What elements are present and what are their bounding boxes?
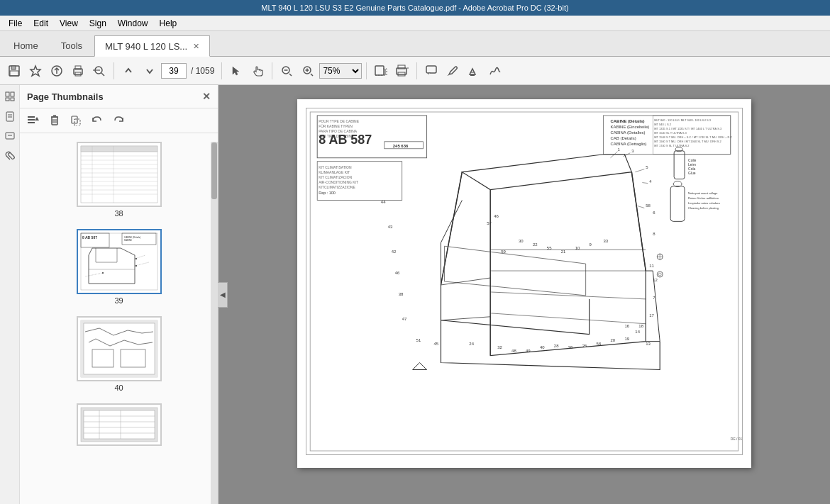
- pdf-viewer-area[interactable]: POUR TYPE DE CABINE FÜR KABINE TYPEN PAR…: [218, 85, 830, 504]
- sep4: [366, 62, 367, 79]
- svg-text:Rep : 100: Rep : 100: [319, 191, 336, 196]
- svg-rect-2: [10, 71, 18, 76]
- svg-text:16: 16: [624, 324, 629, 328]
- undo-button[interactable]: [88, 111, 106, 130]
- svg-text:12: 12: [653, 278, 658, 282]
- svg-line-13: [289, 74, 292, 76]
- svg-rect-39: [28, 119, 35, 121]
- menu-edit[interactable]: Edit: [28, 17, 54, 30]
- left-attachments-icon[interactable]: [1, 147, 18, 164]
- svg-text:Leim: Leim: [688, 163, 696, 167]
- svg-rect-66: [81, 233, 157, 290]
- thumbnail-40[interactable]: 40: [26, 313, 212, 395]
- svg-marker-3: [31, 66, 40, 76]
- thumbnail-39[interactable]: CABINE (Détails) KABINE 8 AB 587: [26, 226, 212, 308]
- pen-button[interactable]: [443, 61, 463, 81]
- next-page-button[interactable]: [140, 61, 160, 81]
- svg-text:14: 14: [635, 330, 640, 334]
- cursor-tool-button[interactable]: [226, 61, 246, 81]
- svg-text:10: 10: [575, 246, 580, 250]
- pdf-page: POUR TYPE DE CABINE FÜR KABINE TYPEN PAR…: [297, 99, 751, 468]
- menu-view[interactable]: View: [54, 17, 84, 30]
- delete-page-button[interactable]: [45, 111, 64, 130]
- svg-text:19: 19: [624, 337, 629, 341]
- svg-rect-87: [84, 410, 155, 439]
- svg-text:22: 22: [533, 242, 538, 247]
- svg-text:POUR TYPE DE CABINE: POUR TYPE DE CABINE: [319, 120, 359, 123]
- svg-rect-25: [426, 66, 436, 73]
- svg-point-75: [135, 258, 137, 259]
- menu-help[interactable]: Help: [154, 17, 183, 30]
- svg-text:43: 43: [388, 225, 393, 229]
- svg-rect-31: [6, 98, 9, 101]
- main-area: Page Thumbnails ✕: [0, 85, 830, 504]
- title-bar: MLT 940 L 120 LSU S3 E2 Genuine Parts Ca…: [0, 0, 830, 16]
- svg-text:MT 1540 SL T ULTRA S.3: MT 1540 SL T ULTRA S.3: [654, 131, 687, 135]
- svg-rect-51: [81, 146, 157, 152]
- tab-tools[interactable]: Tools: [50, 35, 93, 56]
- svg-text:33: 33: [604, 239, 609, 243]
- svg-text:42: 42: [392, 250, 397, 254]
- prev-page-button[interactable]: [118, 61, 138, 81]
- svg-text:Reiner Vorher aufkleben: Reiner Vorher aufkleben: [688, 196, 719, 200]
- comment-button[interactable]: [421, 61, 441, 81]
- svg-text:MT 1548 S.T MU. ORH + S.C / MT: MT 1548 S.T MU. ORH + S.C / MT 1740 SL T…: [654, 135, 732, 139]
- redo-button[interactable]: [109, 111, 128, 130]
- tab-document[interactable]: MLT 940 L 120 LS... ✕: [94, 35, 210, 57]
- tab-close-icon[interactable]: ✕: [193, 42, 199, 51]
- thumbnail-38-label: 38: [114, 209, 123, 218]
- print-dropdown-button[interactable]: [392, 61, 412, 81]
- svg-text:CABINE (Détails): CABINE (Détails): [611, 119, 645, 123]
- find-button[interactable]: [89, 61, 109, 81]
- highlight-button[interactable]: [464, 61, 484, 81]
- zoom-in-button[interactable]: [298, 61, 318, 81]
- upload-button[interactable]: [47, 61, 67, 81]
- save-dropdown-button[interactable]: [371, 61, 391, 81]
- menu-sign[interactable]: Sign: [84, 17, 112, 30]
- svg-rect-19: [375, 66, 384, 75]
- insert-page-button[interactable]: [67, 111, 85, 130]
- bookmark-button[interactable]: [26, 61, 45, 81]
- hand-tool-button[interactable]: [248, 61, 267, 81]
- svg-text:Cleaning before plasting: Cleaning before plasting: [688, 206, 719, 210]
- menu-file[interactable]: File: [3, 17, 28, 30]
- svg-text:20: 20: [611, 338, 616, 342]
- print-button[interactable]: [68, 61, 88, 81]
- svg-text:8 AB 587: 8 AB 587: [319, 133, 372, 147]
- sidebar-scrollbar[interactable]: [211, 142, 218, 504]
- svg-text:40: 40: [540, 345, 545, 349]
- sidebar: Page Thumbnails ✕: [20, 85, 218, 504]
- sign-button[interactable]: [485, 61, 505, 81]
- page-input[interactable]: 39: [161, 63, 187, 79]
- svg-text:57: 57: [487, 221, 492, 225]
- left-pages-icon[interactable]: [1, 88, 18, 105]
- svg-text:21: 21: [561, 250, 566, 254]
- svg-marker-41: [35, 117, 39, 121]
- svg-text:KABINE: KABINE: [124, 239, 132, 242]
- left-annots-icon[interactable]: [1, 128, 18, 145]
- sidebar-scrollbar-thumb[interactable]: [211, 142, 217, 199]
- svg-rect-32: [11, 98, 14, 101]
- svg-text:56: 56: [597, 342, 602, 346]
- tab-home[interactable]: Home: [3, 35, 49, 56]
- left-panel-strip: [0, 85, 20, 504]
- thumbnail-41[interactable]: [26, 401, 212, 449]
- sidebar-collapse-button[interactable]: ◀: [218, 282, 228, 308]
- page-total: / 1059: [188, 66, 217, 76]
- svg-text:45: 45: [434, 342, 439, 346]
- menu-window[interactable]: Window: [112, 17, 154, 30]
- svg-text:59: 59: [501, 250, 506, 254]
- svg-rect-1: [11, 66, 16, 69]
- svg-text:28: 28: [554, 344, 559, 348]
- zoom-out-button[interactable]: [277, 61, 297, 81]
- svg-text:MT 940 L S.2: MT 940 L S.2: [654, 123, 671, 126]
- svg-line-26: [448, 74, 449, 76]
- sidebar-close-button[interactable]: ✕: [202, 91, 211, 102]
- save-button[interactable]: [4, 61, 24, 81]
- thumbnail-38[interactable]: 38: [26, 139, 212, 220]
- svg-text:KABINE (Einzelteile): KABINE (Einzelteile): [611, 125, 650, 129]
- thumbnail-options-button[interactable]: [24, 111, 43, 130]
- zoom-select[interactable]: 75% 100% 125% 150%: [319, 63, 362, 79]
- left-bookmarks-icon[interactable]: [1, 108, 18, 125]
- svg-text:DE / 01 / 04: DE / 01 / 04: [731, 437, 742, 441]
